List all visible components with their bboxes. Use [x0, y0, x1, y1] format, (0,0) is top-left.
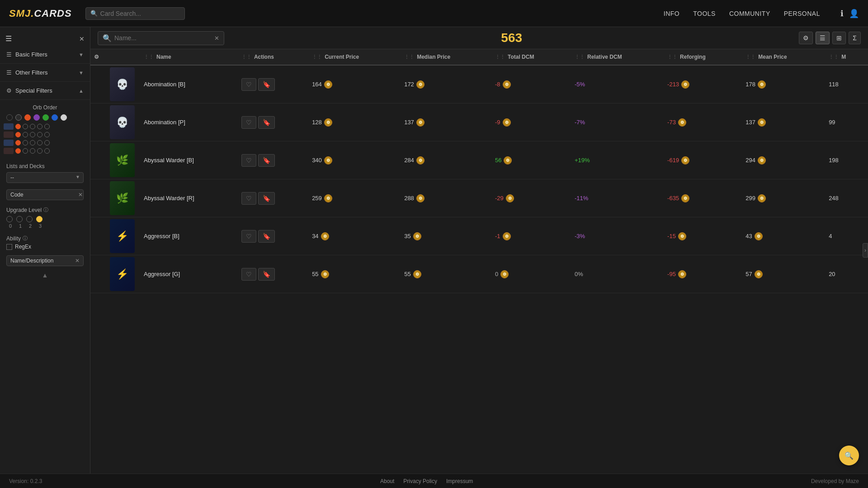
- bookmark-btn-abomination-b[interactable]: 🔖: [258, 78, 275, 91]
- upgrade-radio-0[interactable]: [6, 216, 13, 222]
- info-icon-btn[interactable]: ℹ: [840, 9, 844, 19]
- upgrade-radio-1[interactable]: [16, 216, 23, 222]
- th-settings[interactable]: ⚙: [90, 49, 110, 65]
- about-link[interactable]: About: [380, 478, 394, 484]
- currency-icon-rf-aggressor-g: ⚙: [678, 270, 686, 278]
- bookmark-btn-abyssal-warder-b[interactable]: 🔖: [258, 154, 275, 167]
- mini-circle-2[interactable]: [23, 124, 28, 129]
- mini-circle-20[interactable]: [44, 148, 50, 154]
- special-filters-header[interactable]: ⚙ Special Filters ▲: [0, 84, 90, 97]
- orb-empty-2[interactable]: [15, 114, 22, 121]
- favorite-btn-aggressor-b[interactable]: ♡: [241, 230, 256, 243]
- user-icon-btn[interactable]: 👤: [849, 9, 859, 19]
- orb-white[interactable]: [61, 114, 67, 121]
- th-mean-price[interactable]: ⋮⋮ Mean Price: [740, 49, 823, 65]
- mini-circle-4[interactable]: [37, 124, 42, 129]
- upgrade-radio-2[interactable]: [26, 216, 33, 222]
- mini-circle-17[interactable]: [23, 148, 28, 154]
- mini-circle-1[interactable]: [15, 124, 21, 129]
- orb-row-1: [0, 113, 90, 122]
- mini-circle-3[interactable]: [30, 124, 35, 129]
- fab-search-btn[interactable]: 🔍: [839, 446, 859, 465]
- th-current-price-drag[interactable]: ⋮⋮: [312, 54, 322, 60]
- currency-icon-rf-abyssal-warder-r: ⚙: [681, 194, 689, 202]
- upgrade-radio-3[interactable]: [36, 216, 42, 222]
- mini-circle-13[interactable]: [30, 140, 35, 145]
- orb-empty[interactable]: [6, 114, 13, 121]
- ability-info-icon[interactable]: ⓘ: [23, 235, 28, 242]
- mini-circle-8[interactable]: [30, 132, 35, 137]
- orb-green[interactable]: [42, 114, 49, 121]
- bookmark-btn-abyssal-warder-r[interactable]: 🔖: [258, 192, 275, 205]
- favorite-btn-abyssal-warder-r[interactable]: ♡: [241, 192, 256, 205]
- sidebar-collapse-arrow[interactable]: ▲: [0, 269, 90, 282]
- mini-circle-12[interactable]: [23, 140, 28, 145]
- global-search-input[interactable]: [100, 10, 173, 17]
- sidebar-close-btn[interactable]: ✕: [79, 35, 85, 42]
- mini-circle-14[interactable]: [37, 140, 42, 145]
- mini-circle-5[interactable]: [44, 124, 50, 129]
- table-row: 🌿 Abyssal Warder [R] ♡ 🔖 259 ⚙ 288 ⚙ -29: [90, 179, 868, 217]
- nav-community[interactable]: COMMUNITY: [729, 10, 770, 17]
- th-current-price[interactable]: ⋮⋮ Current Price: [307, 49, 399, 65]
- mini-circle-18[interactable]: [30, 148, 35, 154]
- th-actions[interactable]: ⋮⋮ Actions: [236, 49, 307, 65]
- other-filters-header[interactable]: ☰ Other Filters ▼: [0, 66, 90, 79]
- sigma-view-btn[interactable]: Σ: [849, 32, 861, 44]
- bookmark-btn-aggressor-g[interactable]: 🔖: [258, 268, 275, 281]
- nav-info[interactable]: INFO: [664, 10, 679, 17]
- name-search-input[interactable]: [114, 34, 214, 42]
- currency-icon-mp-aggressor-g: ⚙: [413, 270, 421, 278]
- mini-circle-11[interactable]: [15, 140, 21, 145]
- mini-circle-9[interactable]: [37, 132, 42, 137]
- th-extra[interactable]: ⋮⋮ M: [823, 49, 868, 65]
- name-search-clear[interactable]: ✕: [214, 35, 219, 42]
- favorite-btn-abyssal-warder-b[interactable]: ♡: [241, 154, 256, 167]
- nav-personal[interactable]: PERSONAL: [784, 10, 820, 17]
- th-mean-price-drag[interactable]: ⋮⋮: [745, 54, 755, 60]
- th-reforging[interactable]: ⋮⋮ Reforging: [662, 49, 740, 65]
- regex-checkbox[interactable]: [6, 244, 12, 250]
- list-view-btn[interactable]: ☰: [816, 32, 830, 44]
- privacy-policy-link[interactable]: Privacy Policy: [403, 478, 437, 484]
- orb-orange[interactable]: [24, 114, 31, 121]
- orb-blue[interactable]: [52, 114, 58, 121]
- mini-circle-19[interactable]: [37, 148, 42, 154]
- th-name-drag[interactable]: ⋮⋮: [144, 54, 154, 60]
- mini-circle-16[interactable]: [15, 148, 21, 154]
- lists-decks-label: Lists and Decks: [6, 163, 84, 169]
- favorite-btn-aggressor-g[interactable]: ♡: [241, 268, 256, 281]
- lists-decks-select[interactable]: --: [6, 172, 84, 183]
- code-clear-icon[interactable]: ✕: [78, 192, 83, 198]
- code-input[interactable]: [10, 192, 78, 198]
- upgrade-info-icon[interactable]: ⓘ: [43, 206, 48, 213]
- scroll-toggle[interactable]: ›: [863, 243, 868, 258]
- mini-circle-15[interactable]: [44, 140, 50, 145]
- name-desc-clear-icon[interactable]: ✕: [75, 258, 80, 264]
- row-settings-abyssal-warder-b: [90, 141, 110, 179]
- th-total-dcm-drag[interactable]: ⋮⋮: [495, 54, 505, 60]
- mini-circle-6[interactable]: [15, 132, 21, 137]
- table-settings-btn[interactable]: ⚙: [799, 32, 813, 44]
- th-median-price-drag[interactable]: ⋮⋮: [404, 54, 414, 60]
- mini-circle-10[interactable]: [44, 132, 50, 137]
- favorite-btn-abomination-p[interactable]: ♡: [241, 116, 256, 129]
- bookmark-btn-aggressor-b[interactable]: 🔖: [258, 230, 275, 243]
- global-search-bar[interactable]: 🔍: [85, 7, 185, 20]
- basic-filters-header[interactable]: ☰ Basic Filters ▼: [0, 48, 90, 61]
- th-actions-drag[interactable]: ⋮⋮: [241, 54, 251, 60]
- nav-tools[interactable]: TOOLS: [693, 10, 716, 17]
- th-total-dcm[interactable]: ⋮⋮ Total DCM: [490, 49, 569, 65]
- th-extra-drag[interactable]: ⋮⋮: [829, 54, 839, 60]
- grid-view-btn[interactable]: ⊞: [832, 32, 846, 44]
- bookmark-btn-abomination-p[interactable]: 🔖: [258, 116, 275, 129]
- impressum-link[interactable]: Impressum: [446, 478, 473, 484]
- th-reforging-drag[interactable]: ⋮⋮: [667, 54, 677, 60]
- th-median-price[interactable]: ⋮⋮ Median Price: [399, 49, 490, 65]
- th-relative-dcm[interactable]: ⋮⋮ Relative DCM: [569, 49, 662, 65]
- orb-purple[interactable]: [33, 114, 40, 121]
- mini-circle-7[interactable]: [23, 132, 28, 137]
- th-name[interactable]: ⋮⋮ Name: [138, 49, 236, 65]
- th-relative-dcm-drag[interactable]: ⋮⋮: [575, 54, 585, 60]
- favorite-btn-abomination-b[interactable]: ♡: [241, 78, 256, 91]
